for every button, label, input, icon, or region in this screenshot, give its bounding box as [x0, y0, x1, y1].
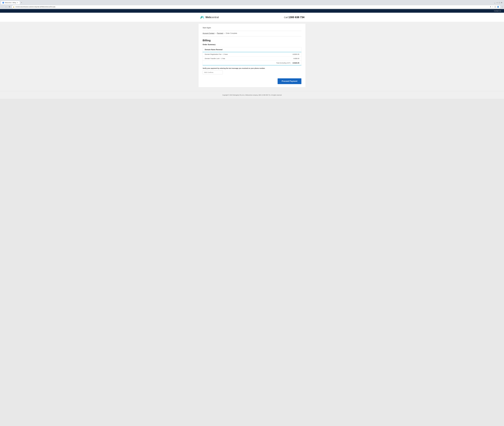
logo-text: Webcentral [205, 16, 219, 19]
order-total-row: Total (Including GST) AU$26.95 [203, 61, 301, 65]
logo-area: Webcentral [200, 15, 219, 20]
call-label: Call [284, 16, 288, 19]
window-controls: ⌄ — □ ✕ [494, 2, 503, 4]
url-input[interactable] [15, 6, 489, 7]
verify-text: Verify your payment by entering the text… [203, 67, 301, 69]
billing-title: Billing [203, 39, 301, 42]
outer-gray: Start Again Account Contact > Payment > … [0, 22, 504, 91]
item-amount-1: AU$26.95 [273, 52, 301, 57]
forward-button[interactable]: → [4, 6, 7, 8]
order-summary-title: Order Summary [203, 44, 301, 46]
back-button[interactable]: ← [1, 6, 4, 8]
site-footer: Copyright © 2023 Netregistry Pty Ltd, a … [0, 91, 504, 99]
tab-favicon: W [2, 2, 4, 4]
tab-close-button[interactable]: ✕ [17, 2, 18, 4]
footer-text: Copyright © 2023 Netregistry Pty Ltd, a … [222, 94, 282, 96]
order-table-header-row: Domain Name Renewal [203, 47, 301, 52]
proceed-payment-button[interactable]: Proceed Payment [278, 78, 301, 84]
browser-menu-icon[interactable]: ⋮ [501, 6, 503, 8]
item-label-2: Domain Transfer Lock - 1 Year [203, 57, 273, 61]
breadcrumb: Account Contact > Payment > Order Comple… [203, 32, 301, 34]
bookmark-icon[interactable]: ☆ [492, 6, 494, 8]
breadcrumb-order-complete: Order Complete [226, 32, 237, 34]
browser-tab-active[interactable]: W Webcentral - Billing ✕ [1, 1, 20, 4]
chevron-down-icon: ⌄ [494, 2, 496, 4]
table-row: Domain Transfer Lock - 1 Year AU$0.00 [203, 57, 301, 61]
minimize-button[interactable]: — [496, 2, 498, 4]
proceed-btn-row: Proceed Payment [203, 78, 301, 84]
breadcrumb-sep-1: > [215, 33, 216, 34]
browser-tab-bar: W Webcentral - Billing ✕ + ⌄ — □ ✕ [0, 0, 504, 5]
reload-button[interactable]: ↻ [8, 6, 11, 8]
phone-area: Call 1300 638 734 [284, 16, 304, 19]
item-amount-2: AU$0.00 [273, 57, 301, 61]
total-label: Total (Including GST) [276, 62, 291, 64]
top-nav-bar: Contact Us [0, 9, 504, 13]
total-amount: AU$26.95 [292, 62, 299, 64]
browser-chrome: W Webcentral - Billing ✕ + ⌄ — □ ✕ ← → ↻… [0, 0, 504, 9]
table-row: Domain Registration Fee - 1 Years AU$26.… [203, 52, 301, 57]
breadcrumb-payment[interactable]: Payment [217, 32, 223, 34]
new-tab-button[interactable]: + [20, 1, 23, 5]
breadcrumb-sep-2: > [224, 33, 225, 34]
sms-confirmation-input[interactable] [203, 71, 223, 74]
breadcrumb-account-contact[interactable]: Account Contact [203, 32, 214, 34]
webcentral-logo-icon [200, 15, 205, 20]
total-row-inner: Total (Including GST) AU$26.95 [205, 62, 299, 64]
logo-web: Web [205, 16, 211, 19]
content-box: Start Again Account Contact > Payment > … [198, 24, 306, 87]
contact-us-link[interactable]: Contact Us [494, 10, 501, 12]
phone-number: 1300 638 734 [288, 16, 304, 19]
tab-icon[interactable]: ⬜ [494, 6, 497, 8]
close-window-button[interactable]: ✕ [501, 2, 502, 4]
start-again-link[interactable]: Start Again [203, 27, 301, 29]
share-icon[interactable]: ⬆ [490, 6, 491, 8]
divider-2 [203, 36, 301, 36]
address-bar-actions: ⬆ ☆ ⬜ 👤 [490, 6, 499, 8]
logo-central: central [211, 16, 219, 19]
profile-icon[interactable]: 👤 [497, 6, 499, 8]
restore-button[interactable]: □ [499, 2, 500, 4]
page-wrapper: Contact Us Webcentral Call 1300 638 734 [0, 9, 504, 99]
tab-title: Webcentral - Billing [5, 2, 16, 3]
item-label-1: Domain Registration Fee - 1 Years [203, 52, 273, 57]
browser-toolbar: ← → ↻ 🔒 ⬆ ☆ ⬜ 👤 ⋮ [0, 5, 504, 9]
address-bar[interactable]: 🔒 ⬆ ☆ ⬜ 👤 [12, 5, 501, 8]
order-table: Domain Name Renewal Domain Registration … [203, 47, 301, 65]
order-table-section-header: Domain Name Renewal [203, 47, 301, 52]
lock-icon: 🔒 [13, 6, 15, 7]
site-header: Webcentral Call 1300 638 734 [197, 13, 307, 22]
